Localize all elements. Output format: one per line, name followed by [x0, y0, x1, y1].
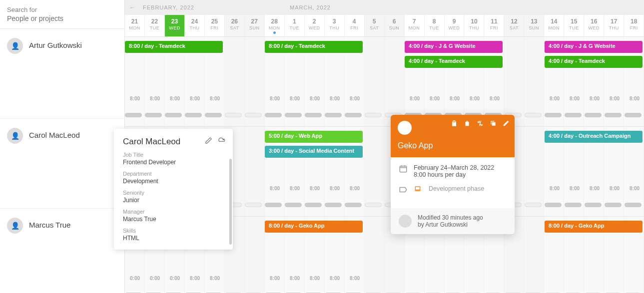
day-header-cell[interactable]: 25FRI	[205, 15, 225, 36]
day-header-cell[interactable]: 4FRI	[345, 15, 365, 36]
day-header-cell[interactable]: 7MON	[405, 15, 425, 36]
hour-cell: 8:00	[325, 276, 345, 284]
hour-cell	[525, 186, 545, 194]
booking-bar[interactable]: 8:00 / day - Geko App	[265, 221, 363, 233]
day-header-cell[interactable]: 27SUN	[245, 15, 265, 36]
capacity-pill	[125, 113, 142, 117]
popover-scrollbar[interactable]	[229, 159, 232, 245]
day-header-cell[interactable]: 26SAT	[225, 15, 245, 36]
modifier-avatar	[399, 215, 412, 228]
day-header-cell[interactable]: 15TUE	[564, 15, 584, 36]
day-header-cell[interactable]: 6SUN	[385, 15, 405, 36]
booking-bar[interactable]: 8:00 / day - Teamdeck	[265, 41, 363, 53]
capacity-pill	[265, 203, 282, 207]
capacity-pill	[585, 203, 602, 207]
capacity-pill	[285, 113, 302, 117]
capacity-pill	[245, 203, 262, 207]
day-header-cell[interactable]: 8TUE	[425, 15, 445, 36]
hour-cell	[385, 96, 405, 104]
day-header-cell[interactable]: 10THU	[464, 15, 484, 36]
capacity-pill	[185, 113, 202, 117]
hour-cell: 8:00	[145, 96, 165, 104]
edit-icon[interactable]	[503, 120, 510, 127]
booking-bar[interactable]: 4:00 / day - Outreach Campaign	[545, 131, 643, 143]
cloud-icon[interactable]	[217, 137, 226, 144]
day-header-cell[interactable]: 9WED	[445, 15, 465, 36]
capacity-pill	[245, 113, 262, 117]
hour-cell: 8:00	[625, 186, 644, 194]
hour-cell: 8:00	[465, 96, 485, 104]
hour-cell: 8:00	[125, 96, 145, 104]
capacity-pill	[345, 203, 362, 207]
capacity-pill	[625, 113, 642, 117]
cut-icon[interactable]	[477, 120, 484, 127]
capacity-pill	[145, 113, 162, 117]
day-header-cell[interactable]: 23WED	[165, 15, 185, 36]
hour-cell: 8:00	[305, 186, 325, 194]
hour-cell: 8:00	[285, 186, 305, 194]
delete-icon[interactable]	[464, 120, 471, 127]
day-header-cell[interactable]: 18FRI	[624, 15, 644, 36]
person-field-label: Department	[123, 171, 224, 177]
booking-date-range: February 24–March 28, 2022	[414, 164, 494, 171]
booking-bar[interactable]: 5:00 / day - Web App	[265, 131, 363, 143]
hour-cell: 8:00	[545, 186, 565, 194]
day-header-cell[interactable]: 14MON	[544, 15, 564, 36]
day-header-cell[interactable]: 16WED	[584, 15, 604, 36]
month-label-left: FEBRUARY, 2022	[140, 4, 194, 10]
booking-popover-header: Geko App	[391, 115, 515, 157]
person-field-value: Frontend Developer	[123, 159, 224, 166]
day-header-cell[interactable]: 1TUE	[285, 15, 305, 36]
booking-bar[interactable]: 3:00 / day - Social Media Content	[265, 146, 363, 158]
booking-bar[interactable]: 4:00 / day - J & G Website	[545, 41, 643, 53]
capacity-pill	[565, 203, 582, 207]
booking-popover-avatar	[398, 121, 412, 135]
hour-cell: 8:00	[185, 276, 205, 284]
day-header-cell[interactable]: 12SAT	[504, 15, 524, 36]
capacity-pill	[345, 113, 362, 117]
booking-phase: Development phase	[429, 185, 484, 192]
day-header-cell[interactable]: 17THU	[604, 15, 624, 36]
hour-cell: 8:00	[205, 276, 225, 284]
day-header-cell[interactable]: 24THU	[185, 15, 205, 36]
hour-cell: 8:00	[305, 96, 325, 104]
capacity-pill	[285, 203, 302, 207]
hour-cell	[445, 276, 465, 284]
capacity-pill	[325, 113, 342, 117]
day-header-cell[interactable]: 11FRI	[484, 15, 504, 36]
copy-icon[interactable]	[490, 120, 497, 127]
person-row[interactable]: 👤Artur Gutkowski	[0, 29, 124, 119]
booking-bar[interactable]: 8:00 / day - Geko App	[545, 221, 643, 233]
day-header-cell[interactable]: 5SAT	[365, 15, 385, 36]
sidebar: Search for 👤Artur Gutkowski👤Carol MacLeo…	[0, 0, 125, 293]
person-row[interactable]: 👤Marcus True	[0, 209, 124, 293]
hour-cell: 8:00	[565, 96, 585, 104]
day-header-cell[interactable]: 21MON	[125, 15, 145, 36]
person-row[interactable]: 👤Carol MacLeod	[0, 119, 124, 209]
day-header-cell[interactable]: 3THU	[325, 15, 345, 36]
booking-bar[interactable]: 8:00 / day - Teamdeck	[125, 41, 223, 53]
hour-cell	[565, 276, 585, 284]
booking-bar[interactable]: 4:00 / day - J & G Website	[405, 41, 503, 53]
capacity-pill	[525, 203, 542, 207]
capacity-pill	[545, 203, 562, 207]
paste-icon[interactable]	[451, 120, 458, 127]
day-header-cell[interactable]: 22TUE	[145, 15, 165, 36]
day-header-cell[interactable]: 2WED	[305, 15, 325, 36]
hour-cell	[625, 276, 644, 284]
hour-cell: 8:00	[445, 96, 465, 104]
day-header-cell[interactable]: 13SUN	[524, 15, 544, 36]
people-list: 👤Artur Gutkowski👤Carol MacLeod👤Marcus Tr…	[0, 29, 124, 293]
hour-cell: 8:00	[325, 186, 345, 194]
booking-bar[interactable]: 4:00 / day - Teamdeck	[545, 56, 643, 68]
day-header-cell[interactable]: 28MON	[265, 15, 285, 36]
prev-month-icon[interactable]: ←	[125, 4, 140, 11]
person-name: Marcus True	[29, 218, 70, 229]
hour-cell: 8:00	[185, 96, 205, 104]
hour-cell: 8:00	[585, 96, 605, 104]
hour-cell: 8:00	[345, 186, 365, 194]
hour-cell	[465, 276, 485, 284]
edit-icon[interactable]	[205, 137, 212, 144]
search-input[interactable]	[7, 14, 117, 22]
booking-bar[interactable]: 4:00 / day - Teamdeck	[405, 56, 503, 68]
